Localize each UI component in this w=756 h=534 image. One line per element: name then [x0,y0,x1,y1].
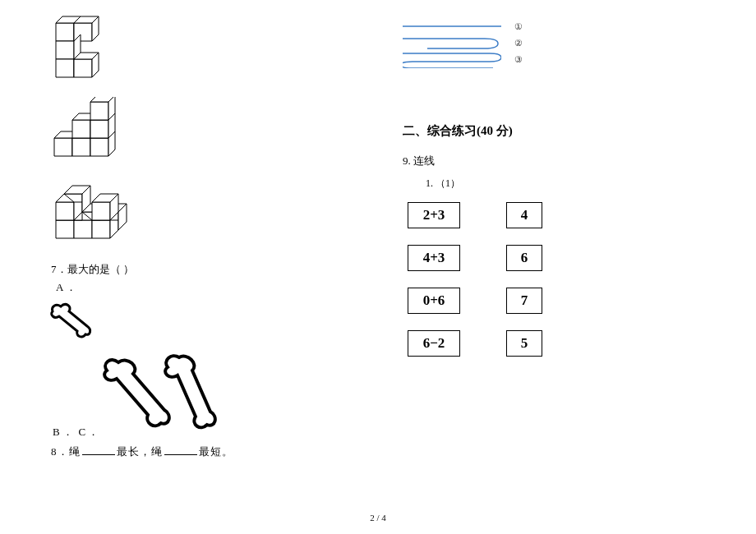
rope-3-row: ③ [403,51,707,67]
left-column: 7．最大的是（ ） A ． B ． C ． 8．绳最长，绳最短。 [0,0,386,534]
rope-num-2: ② [514,38,523,48]
rope-3-svg [403,50,501,68]
cubes-1-svg [49,8,123,90]
rope-1-svg [403,24,501,29]
section-2-heading: 二、综合练习(40 分) [403,123,707,139]
match-col-right: 4 6 7 5 [506,202,542,357]
svg-marker-31 [56,220,74,238]
svg-marker-0 [56,23,74,41]
match-left-cell[interactable]: 0+6 [408,288,460,314]
svg-marker-16 [72,138,90,156]
cubes-2-svg [49,97,127,171]
svg-marker-48 [92,202,110,220]
cubes-figure-3 [49,177,353,255]
q8-suffix: 最短。 [199,445,233,458]
matching-area: 2+3 4+3 0+6 6−2 4 6 7 5 [408,202,707,357]
rope-num-1: ① [514,21,523,32]
rope-2-svg [403,35,501,50]
cubes-figure-2 [49,97,353,171]
match-col-left: 2+3 4+3 0+6 6−2 [408,202,460,357]
match-left-cell[interactable]: 4+3 [408,245,460,271]
svg-marker-22 [72,120,90,138]
cubes-3-svg [49,177,140,255]
svg-marker-13 [54,138,72,156]
q7-option-a: A ． [56,280,353,295]
q7-options-bc-row: B ． C ． [49,349,353,440]
q9-sub: 1. （1） [426,177,707,191]
q8-blank-2[interactable] [164,445,197,455]
svg-marker-8 [56,59,74,77]
rope-num-3: ③ [514,54,523,65]
svg-marker-19 [90,138,108,156]
match-right-cell[interactable]: 7 [506,288,542,314]
q8-mid: 最长，绳 [117,445,163,458]
bone-a-svg [49,298,95,341]
q8-prefix: 8．绳 [51,445,81,458]
match-right-cell[interactable]: 5 [506,330,542,357]
page-footer: 2 / 4 [0,513,756,522]
rope-1-row: ① [403,18,707,35]
svg-marker-25 [90,120,108,138]
svg-marker-6 [56,41,74,59]
svg-marker-35 [92,220,110,238]
q7-label: 7．最大的是（ ） [51,262,353,277]
match-right-cell[interactable]: 6 [506,245,542,271]
bone-bc-svg [102,349,225,440]
right-column: ① ② ③ 二、综合练习(40 分) 9. 连线 1. （1） 2+3 4+3 [386,0,756,534]
q8-blank-1[interactable] [82,445,115,455]
ropes-figure: ① ② ③ [403,8,707,67]
q8-text: 8．绳最长，绳最短。 [51,444,353,459]
svg-marker-10 [74,59,92,77]
q7-options-bc: B ． C ． [53,425,99,440]
svg-marker-45 [56,202,74,220]
bone-figure-a [49,298,353,344]
svg-marker-28 [90,102,108,120]
cubes-figure-1 [49,8,353,90]
match-right-cell[interactable]: 4 [506,202,542,228]
q9-label: 9. 连线 [403,154,707,168]
svg-marker-33 [74,220,92,238]
match-left-cell[interactable]: 2+3 [408,202,460,228]
rope-2-row: ② [403,35,707,51]
match-left-cell[interactable]: 6−2 [408,330,460,357]
